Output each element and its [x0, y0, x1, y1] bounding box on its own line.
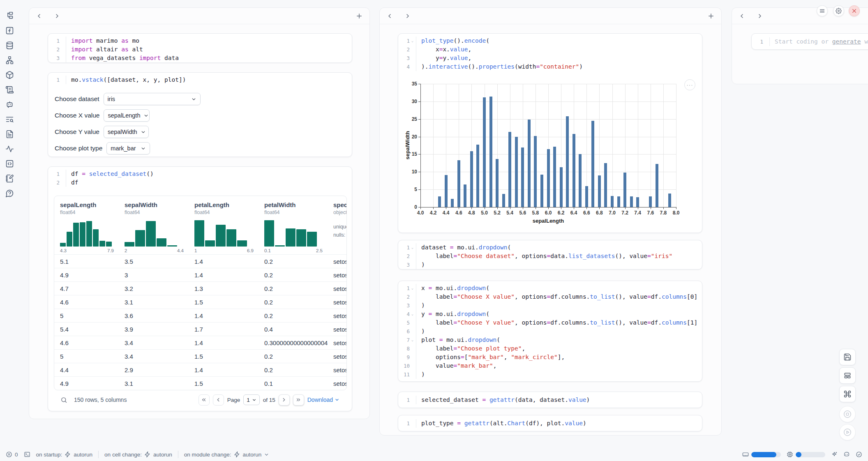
code-line: 2 label="Choose X value", options=df.col… [398, 293, 702, 301]
zap-icon [144, 451, 151, 458]
error-count-indicator[interactable]: 0 [6, 451, 18, 458]
close-button[interactable] [849, 5, 860, 16]
add-cell-icon[interactable] [707, 12, 715, 20]
cpu-usage [787, 451, 825, 458]
table-cell: 2.9 [119, 366, 189, 373]
chevron-right-icon[interactable] [54, 13, 60, 19]
page-select[interactable]: 1 [243, 394, 260, 405]
line-number: 9 [398, 353, 410, 362]
dataset-select[interactable]: iris [104, 93, 201, 105]
chevron-right-icon[interactable] [404, 13, 411, 19]
x-tick-label: 4.6 [452, 210, 465, 216]
chart-bar [656, 164, 658, 207]
line-number: 1 [398, 284, 410, 293]
cell-imports[interactable]: 1import marimo as mo2import altair as al… [48, 33, 352, 63]
last-page-button[interactable] [293, 394, 304, 406]
x-value-select[interactable]: sepalLength [104, 109, 150, 122]
prev-page-button[interactable] [213, 394, 224, 406]
terminal-button[interactable] [24, 451, 30, 458]
line-number: 7 [398, 336, 410, 344]
table-cell: 1.7 [189, 326, 259, 333]
table-column-header[interactable]: petalWidthfloat640.12.5 [259, 196, 328, 254]
line-number: 2 [48, 178, 60, 187]
menu-button[interactable] [817, 5, 828, 16]
on-startup-setting[interactable]: on startup: autorun [36, 451, 93, 458]
stop-button[interactable] [839, 406, 856, 422]
collapse-caret-icon[interactable]: ⌄ [410, 310, 415, 318]
ram-usage [742, 451, 781, 458]
table-row: 4.63.41.40.30000000000000004setosa [54, 336, 346, 349]
column-histogram [60, 219, 114, 247]
scratchpad-icon[interactable] [5, 173, 14, 183]
cell-selected-dataset[interactable]: 1selected_dataset = getattr(data, datase… [398, 392, 702, 408]
table-row: 53.41.50.2setosa [54, 349, 346, 363]
cell-plot[interactable]: 1⌄plot_type().encode(2 x=x.value,3 y=y.v… [398, 33, 702, 233]
function-square-icon[interactable] [5, 25, 14, 35]
layout-button[interactable] [839, 367, 856, 384]
on-module-change-setting[interactable]: on module change: autorun [184, 451, 270, 458]
code-line: 2 x=x.value, [398, 45, 702, 54]
collapse-caret-icon[interactable]: ⌄ [410, 336, 415, 344]
table-column-header[interactable]: speciesobjectunique:nulls: [328, 196, 347, 254]
collapse-caret-icon[interactable]: ⌄ [410, 37, 415, 45]
first-page-button[interactable] [199, 394, 210, 406]
ai-assistant-button[interactable] [831, 451, 838, 458]
table-cell: 3.5 [119, 258, 189, 265]
code-line: 8 label="Choose plot type", [398, 344, 702, 353]
dropdown-controls: Choose datasetirisChoose X valuesepalLen… [48, 87, 352, 154]
x-tick-label: 6.8 [593, 210, 605, 216]
cell-dataset-dropdown[interactable]: 1⌄dataset = mo.ui.dropdown(2 label="Choo… [398, 240, 702, 270]
package-icon[interactable] [5, 70, 14, 80]
chat-bot-icon[interactable] [5, 99, 14, 109]
save-button[interactable] [839, 349, 856, 365]
x-tick-label: 7.4 [632, 210, 644, 216]
table-row: 4.931.40.2setosa [54, 268, 346, 281]
chevron-right-icon[interactable] [757, 13, 763, 19]
cell-dataframe[interactable]: 1df = selected_dataset()2df sepalLengthf… [48, 166, 352, 411]
collapse-caret-icon[interactable]: ⌄ [410, 284, 415, 293]
table-column-header[interactable]: petalLengthfloat6416.9 [189, 196, 259, 254]
table-column-header[interactable]: sepalLengthfloat644.37.9 [54, 196, 119, 254]
chevron-left-icon[interactable] [739, 13, 745, 19]
next-page-button[interactable] [279, 394, 290, 406]
cell-scratch[interactable]: 1Start coding or generate with [751, 33, 868, 50]
run-button[interactable] [839, 424, 856, 440]
plot-type-select[interactable]: mark_bar [106, 142, 150, 154]
settings-button[interactable] [833, 5, 844, 16]
chart-bar [528, 120, 531, 207]
x-tick-label: 5.4 [504, 210, 516, 216]
control-label: Choose Y value [55, 128, 99, 136]
plot-type-select-row: Choose plot typemark_bar [55, 142, 352, 154]
add-cell-icon[interactable] [356, 12, 363, 20]
chevron-left-icon[interactable] [386, 13, 393, 19]
scroll-icon[interactable] [5, 85, 14, 95]
keyboard-shortcuts-button[interactable] [839, 386, 856, 402]
table-column-header[interactable]: sepalWidthfloat6424.4 [119, 196, 189, 254]
activity-icon[interactable] [5, 144, 14, 154]
help-icon[interactable] [5, 188, 14, 198]
code-line: 9 options=["mark_bar", "mark_circle"], [398, 353, 702, 362]
download-button[interactable]: Download [307, 396, 339, 403]
database-icon[interactable] [5, 40, 14, 50]
cell-xy-dropdowns[interactable]: 1⌄x = mo.ui.dropdown(2 label="Choose X v… [398, 281, 702, 382]
collapse-caret-icon[interactable]: ⌄ [410, 243, 415, 252]
table-cell: 3.2 [119, 285, 189, 292]
page-label: Page [227, 397, 240, 403]
connection-status-button[interactable] [856, 451, 862, 458]
code-snippet-icon[interactable] [5, 159, 14, 168]
copilot-button[interactable] [843, 451, 850, 458]
chevron-left-icon[interactable] [36, 13, 42, 19]
document-icon[interactable] [5, 129, 14, 139]
dependency-graph-icon[interactable] [5, 55, 14, 65]
table-cell: 1.3 [189, 285, 259, 292]
on-cell-change-setting[interactable]: on cell change: autorun [104, 451, 172, 458]
cell-plot-type[interactable]: 1plot_type = getattr(alt.Chart(df), plot… [398, 415, 702, 431]
y-value-select[interactable]: sepalWidth [104, 126, 149, 138]
search-icon[interactable] [60, 396, 67, 403]
text-search-icon[interactable] [5, 114, 14, 124]
control-label: Choose plot type [55, 145, 102, 152]
cell-layout[interactable]: 1mo.vstack([dataset, x, y, plot]) Choose… [48, 72, 352, 157]
file-tree-icon[interactable] [5, 11, 14, 21]
chart-actions-button[interactable]: ··· [684, 79, 695, 90]
code-line: 3) [398, 260, 702, 269]
